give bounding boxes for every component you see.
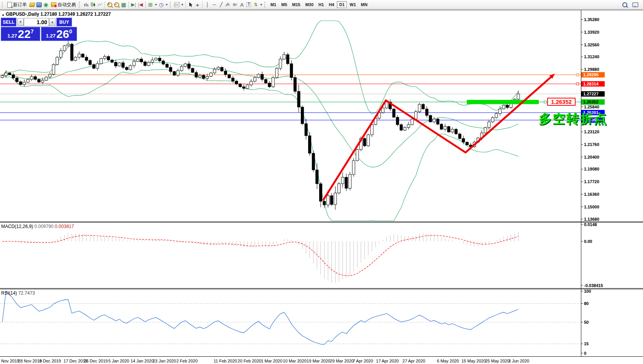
svg-text:1.20400: 1.20400 — [584, 155, 599, 159]
svg-text:1.23120: 1.23120 — [584, 130, 599, 134]
buy-price-display[interactable]: 1.27 26 0 — [41, 27, 77, 41]
volume-field[interactable]: 1.00 — [24, 18, 49, 26]
text-label-icon[interactable]: T — [246, 2, 252, 8]
buy-price-sup: 0 — [69, 28, 72, 34]
new-chart-icon[interactable]: ⊞ — [147, 2, 154, 8]
timeframe-H1[interactable]: H1 — [316, 1, 326, 8]
new-chart-caret-icon[interactable]: ▼ — [154, 3, 157, 7]
signal-icon[interactable]: ◉ — [43, 2, 49, 8]
indicators-caret-icon[interactable]: ▼ — [181, 3, 184, 7]
svg-text:100: 100 — [584, 289, 591, 293]
macd-axis: 0.01480.00-0.038415 — [581, 222, 603, 288]
equidistant-channel-icon[interactable]: ∕∕E — [225, 2, 231, 8]
metaeditor-icon[interactable] — [36, 2, 42, 8]
svg-text:1.32560: 1.32560 — [584, 43, 599, 47]
buy-button[interactable]: BUY — [56, 18, 72, 26]
timeframe-W1[interactable]: W1 — [347, 1, 358, 8]
rsi-axis: 1008050150 — [581, 289, 591, 356]
svg-text:9 Nov 2019: 9 Nov 2019 — [0, 359, 19, 363]
svg-text:1.16360: 1.16360 — [584, 192, 599, 197]
svg-text:0: 0 — [584, 351, 586, 356]
volume-stepper: ▼ 1.00 ▲ — [17, 18, 56, 26]
clock-caret-icon[interactable]: ▼ — [165, 3, 168, 7]
timeframe-H4[interactable]: H4 — [326, 1, 336, 8]
auto-scroll-icon[interactable]: |◀ — [137, 2, 144, 8]
clock-icon[interactable]: ◷ — [158, 2, 164, 8]
new-order-button[interactable]: 新订单 — [6, 1, 28, 8]
timeframe-M5[interactable]: M5 — [279, 1, 289, 8]
search-icon[interactable] — [622, 2, 628, 8]
svg-text:10 Mar 2020: 10 Mar 2020 — [283, 359, 307, 363]
sell-button[interactable]: SELL — [1, 18, 16, 26]
support-highlight-bar[interactable] — [467, 100, 539, 104]
new-order-label: 新订单 — [13, 2, 27, 8]
indicators-icon[interactable] — [174, 2, 180, 8]
line-anchor-square[interactable] — [576, 74, 579, 76]
timeframe-M15[interactable]: M15 — [290, 1, 302, 8]
svg-text:1.13680: 1.13680 — [584, 217, 599, 221]
tile-windows-icon[interactable]: ▦ — [120, 2, 127, 8]
zoom-out-icon[interactable]: − — [113, 2, 120, 8]
toolbar-separator — [105, 1, 105, 8]
toolbar-separator — [185, 1, 186, 8]
timeframe-M1[interactable]: M1 — [268, 1, 279, 8]
autotrading-button[interactable]: 自动交易 — [49, 1, 77, 8]
vertical-line-icon[interactable]: │ — [204, 2, 211, 8]
trendline-icon[interactable]: ╱ — [218, 2, 225, 8]
toolbar-separator — [202, 1, 203, 8]
timeframe-D1[interactable]: D1 — [337, 1, 347, 8]
zoom-in-icon[interactable]: + — [107, 2, 113, 8]
chat-icon[interactable] — [632, 2, 638, 8]
date-axis: 9 Nov 201928 Nov 20198 Dec 201917 Dec 20… — [0, 359, 529, 363]
svg-text:19 Mar 2020: 19 Mar 2020 — [307, 359, 330, 363]
svg-text:7 Apr 2020: 7 Apr 2020 — [353, 359, 373, 363]
svg-text:15 May 2020: 15 May 2020 — [461, 359, 486, 363]
svg-text:28 Nov 2019: 28 Nov 2019 — [18, 359, 42, 363]
volume-down-button[interactable]: ▼ — [17, 18, 24, 26]
cursor-icon[interactable] — [187, 2, 194, 8]
toolbar-grip — [2, 2, 4, 8]
svg-text:25 May 2020: 25 May 2020 — [485, 359, 510, 363]
sell-price-small: 1.27 — [7, 33, 17, 39]
buy-price-small: 1.27 — [46, 33, 56, 39]
line-anchor-square[interactable] — [576, 83, 579, 85]
volume-up-button[interactable]: ▲ — [49, 18, 56, 26]
svg-text:5 Jan 2020: 5 Jan 2020 — [108, 359, 129, 363]
svg-text:1 Mar 2020: 1 Mar 2020 — [261, 359, 282, 363]
timeframe-M30[interactable]: M30 — [303, 1, 316, 8]
svg-text:26 Dec 2019: 26 Dec 2019 — [84, 359, 108, 363]
svg-text:0.0148: 0.0148 — [584, 222, 597, 227]
price-callout-label[interactable]: 1.26352 — [547, 98, 576, 106]
price-level-lines[interactable] — [0, 75, 581, 120]
fibonacci-icon[interactable]: ≡F — [232, 2, 238, 8]
arrows-caret-icon[interactable]: ▼ — [260, 3, 263, 7]
charts-icon[interactable] — [29, 2, 35, 8]
candlestick-chart-icon[interactable] — [90, 2, 96, 8]
svg-text:2 Feb 2020: 2 Feb 2020 — [176, 359, 198, 363]
crosshair-icon[interactable]: + — [194, 2, 201, 8]
text-icon[interactable]: A — [239, 2, 245, 8]
rsi-line — [2, 291, 518, 344]
timeframe-MN[interactable]: MN — [359, 1, 370, 8]
svg-text:15: 15 — [584, 341, 589, 346]
autotrading-icon — [51, 2, 56, 7]
chart-canvas[interactable]: 1.352801.339201.325601.312401.298801.258… — [0, 10, 643, 364]
chart-symbol-icon: ▲ — [2, 13, 5, 16]
svg-text:1.26352: 1.26352 — [583, 100, 599, 104]
svg-text:1.19080: 1.19080 — [584, 167, 599, 171]
buy-price-big: 26 — [56, 28, 69, 41]
line-chart-icon[interactable] — [97, 2, 103, 8]
svg-text:29 Mar 2020: 29 Mar 2020 — [330, 359, 354, 363]
sell-price-display[interactable]: 1.27 22 7 — [1, 27, 40, 41]
arrows-icon[interactable]: ⇅ — [253, 2, 259, 8]
sell-price-big: 22 — [18, 28, 31, 41]
toolbar-grip — [170, 2, 172, 8]
chart-shift-icon[interactable]: ▶| — [130, 2, 137, 8]
line-anchor-square[interactable] — [544, 101, 546, 103]
svg-text:1.29880: 1.29880 — [584, 67, 599, 72]
horizontal-line-icon[interactable]: ─ — [211, 2, 218, 8]
svg-text:14 Jan 2020: 14 Jan 2020 — [131, 359, 154, 363]
bar-chart-icon[interactable] — [83, 2, 89, 8]
svg-text:8 Dec 2019: 8 Dec 2019 — [39, 359, 61, 363]
svg-text:17 Apr 2020: 17 Apr 2020 — [376, 359, 399, 363]
